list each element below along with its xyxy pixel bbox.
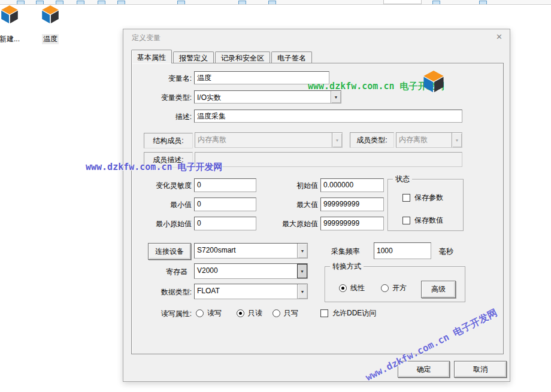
member-type-combobox: 内存离散 ▼ bbox=[396, 132, 462, 148]
struct-member-combobox: 内存离散 ▼ bbox=[195, 132, 343, 148]
register-combobox[interactable]: V2000 ▼ bbox=[194, 263, 308, 279]
writeonly-label: 只写 bbox=[284, 308, 298, 318]
sensitivity-label: 变化灵敏度 bbox=[135, 181, 192, 190]
chevron-down-icon[interactable]: ▼ bbox=[331, 91, 341, 103]
chevron-down-icon[interactable]: ▼ bbox=[297, 284, 307, 299]
data-type-combobox[interactable]: FLOAT ▼ bbox=[194, 284, 308, 299]
readonly-radio[interactable] bbox=[237, 309, 244, 317]
toolbar-icon[interactable] bbox=[177, 1, 185, 4]
tab-alarm-definition[interactable]: 报警定义 bbox=[173, 51, 214, 63]
cube-icon bbox=[1, 5, 19, 24]
data-type-value: FLOAT bbox=[195, 284, 297, 299]
page: 新建... 温度 定义变量 ✕ 基本属性 报警定义 记录和安全区 电子签名 变量… bbox=[0, 0, 551, 392]
struct-member-value: 内存离散 bbox=[195, 133, 332, 147]
toolbar-input-fragment[interactable] bbox=[383, 0, 422, 4]
dde-label: 允许DDE访问 bbox=[332, 308, 376, 318]
toolbar bbox=[0, 0, 551, 5]
linear-radio[interactable] bbox=[339, 284, 347, 292]
struct-member-label: 结构成员: bbox=[153, 136, 183, 146]
desktop-icon-label: 新建... bbox=[0, 34, 21, 44]
member-type-plate: 成员类型: bbox=[350, 132, 394, 148]
rw-label: 读写属性: bbox=[135, 309, 192, 318]
readwrite-radio[interactable] bbox=[196, 309, 204, 317]
var-name-input[interactable]: 温度 bbox=[194, 71, 329, 84]
chevron-down-icon: ▼ bbox=[452, 133, 462, 147]
cancel-button[interactable]: 取消 bbox=[454, 361, 507, 378]
min-raw-label: 最小原始值 bbox=[135, 219, 192, 229]
tab-page-basic: 变量名: 温度 变量类型: I/O实数 ▼ 描述: 温度采集 结构成员: 内存离… bbox=[131, 63, 504, 354]
dde-checkbox[interactable] bbox=[320, 309, 328, 317]
chevron-down-icon[interactable]: ▼ bbox=[297, 244, 307, 258]
cube-icon bbox=[41, 5, 59, 24]
writeonly-radio[interactable] bbox=[273, 309, 280, 317]
min-value-label: 最小值 bbox=[135, 200, 192, 209]
desktop-icon-label: 温度 bbox=[42, 34, 59, 44]
max-value-label: 最大值 bbox=[263, 200, 318, 209]
member-desc-label: 成员描述: bbox=[153, 155, 183, 165]
collect-freq-unit: 毫秒 bbox=[439, 247, 453, 256]
member-type-label: 成员类型: bbox=[356, 135, 387, 145]
toolbar-icon[interactable] bbox=[77, 1, 84, 4]
connect-device-button[interactable]: 连接设备 bbox=[148, 243, 191, 260]
state-groupbox: 状态 保存参数 保存数值 bbox=[387, 179, 464, 231]
watermark-cube-logo bbox=[423, 70, 444, 93]
device-combobox[interactable]: S7200smart ▼ bbox=[194, 243, 308, 259]
min-value-input[interactable]: 0 bbox=[194, 197, 256, 211]
member-desc-plate: 成员描述: bbox=[144, 152, 193, 168]
ok-button[interactable]: 确定 bbox=[398, 361, 450, 378]
tab-basic-properties[interactable]: 基本属性 bbox=[131, 50, 172, 63]
save-values-label: 保存数值 bbox=[414, 215, 443, 225]
toolbar-icon[interactable] bbox=[17, 1, 25, 4]
toolbar-icon[interactable] bbox=[432, 1, 440, 4]
max-raw-input[interactable]: 999999999 bbox=[320, 217, 384, 230]
sensitivity-input[interactable]: 0 bbox=[194, 178, 256, 192]
sqrt-radio[interactable] bbox=[381, 284, 389, 292]
toolbar-icon[interactable] bbox=[479, 1, 487, 4]
var-type-combobox[interactable]: I/O实数 ▼ bbox=[194, 90, 341, 104]
save-params-label: 保存参数 bbox=[414, 193, 443, 202]
initial-value-label: 初始值 bbox=[263, 181, 318, 190]
toolbar-icon[interactable] bbox=[98, 1, 105, 4]
member-type-value: 内存离散 bbox=[396, 133, 452, 147]
close-icon[interactable]: ✕ bbox=[496, 32, 502, 41]
register-label: 寄存器 bbox=[135, 267, 187, 276]
desktop-icon-temperature[interactable]: 温度 bbox=[34, 5, 67, 44]
var-type-label: 变量类型: bbox=[138, 93, 192, 102]
collect-freq-input[interactable]: 1000 bbox=[374, 242, 431, 259]
convert-groupbox: 转换方式 线性 开方 高级 bbox=[325, 266, 465, 302]
description-input[interactable]: 温度采集 bbox=[194, 110, 462, 123]
initial-value-input[interactable]: 0.000000 bbox=[320, 178, 384, 192]
tab-record-security[interactable]: 记录和安全区 bbox=[215, 51, 270, 63]
max-raw-label: 最大原始值 bbox=[263, 219, 318, 229]
state-group-title: 状态 bbox=[393, 174, 412, 184]
max-value-input[interactable]: 999999999 bbox=[320, 197, 384, 211]
device-value: S7200smart bbox=[195, 244, 297, 258]
var-name-label: 变量名: bbox=[138, 74, 192, 83]
data-type-label: 数据类型: bbox=[135, 287, 192, 297]
dialog-title: 定义变量 bbox=[132, 33, 161, 43]
readwrite-label: 读写 bbox=[207, 308, 222, 318]
tabbar: 基本属性 报警定义 记录和安全区 电子签名 bbox=[131, 50, 313, 63]
convert-group-title: 转换方式 bbox=[330, 262, 364, 271]
register-value: V2000 bbox=[195, 264, 297, 278]
readonly-label: 只读 bbox=[248, 308, 262, 318]
toolbar-icon[interactable] bbox=[56, 1, 63, 4]
chevron-down-icon: ▼ bbox=[332, 133, 342, 147]
toolbar-icon[interactable] bbox=[238, 1, 246, 4]
toolbar-icon[interactable] bbox=[268, 1, 276, 4]
tab-esignature[interactable]: 电子签名 bbox=[271, 51, 312, 63]
struct-member-plate: 结构成员: bbox=[144, 133, 193, 148]
save-values-checkbox[interactable] bbox=[402, 217, 410, 224]
min-raw-input[interactable]: 0 bbox=[194, 217, 256, 230]
save-params-checkbox[interactable] bbox=[402, 194, 410, 202]
toolbar-icon[interactable] bbox=[36, 1, 44, 4]
toolbar-icon[interactable] bbox=[117, 1, 125, 4]
chevron-down-icon[interactable]: ▼ bbox=[297, 264, 307, 278]
var-type-value: I/O实数 bbox=[195, 91, 331, 103]
collect-freq-label: 采集频率 bbox=[325, 247, 367, 256]
sqrt-label: 开方 bbox=[392, 283, 407, 293]
advanced-button[interactable]: 高级 bbox=[421, 281, 456, 298]
description-label: 描述: bbox=[138, 112, 192, 121]
desktop-icon-new[interactable]: 新建... bbox=[0, 5, 26, 44]
linear-label: 线性 bbox=[350, 283, 365, 293]
